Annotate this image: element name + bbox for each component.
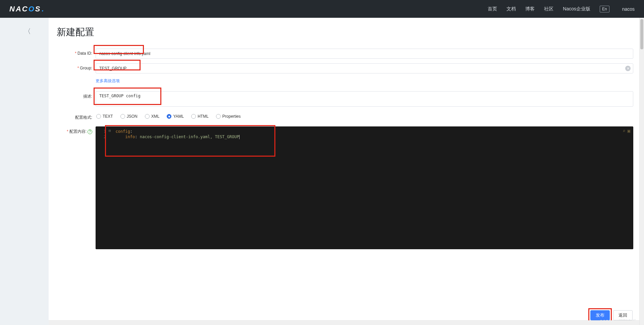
row-group: *Group: ✕	[57, 63, 633, 73]
radio-properties[interactable]: Properties	[216, 114, 241, 119]
page-shell: 〈 新建配置 *Data ID: *Group: ✕ 更多高级选项 描述:	[0, 18, 644, 325]
nav-docs[interactable]: 文档	[506, 6, 516, 12]
text-cursor	[239, 135, 239, 139]
lang-switch[interactable]: En	[600, 6, 609, 12]
code-body[interactable]: config: info: nacos-config-client-info.y…	[108, 127, 633, 142]
desc-input[interactable]: TEST_GROUP config	[96, 91, 633, 107]
advanced-options-link[interactable]: 更多高级选项	[96, 78, 120, 84]
radio-xml[interactable]: XML	[145, 114, 160, 119]
top-nav: 首页 文档 博客 社区 Nacos企业版 En nacos	[488, 6, 635, 12]
logo: NACOS.	[9, 5, 45, 13]
radio-yaml[interactable]: YAML	[167, 114, 184, 119]
editor-search-icon[interactable]: ⌕	[623, 128, 625, 133]
row-data-id: *Data ID:	[57, 49, 633, 59]
data-id-input[interactable]	[96, 49, 633, 59]
main-panel: 新建配置 *Data ID: *Group: ✕ 更多高级选项 描述: TEST…	[49, 18, 639, 325]
radio-json[interactable]: JSON	[120, 114, 138, 119]
label-format: 配置格式:	[57, 112, 92, 120]
left-gutter: 〈	[0, 18, 49, 325]
nav-enterprise[interactable]: Nacos企业版	[563, 6, 590, 12]
row-format: 配置格式: TEXT JSON XML YAML HTML Properties	[57, 112, 633, 120]
back-chevron-icon[interactable]: 〈	[24, 27, 31, 36]
label-group: *Group:	[57, 63, 92, 70]
nav-community[interactable]: 社区	[544, 6, 553, 12]
label-content: *配置内容:?	[57, 126, 92, 134]
vertical-scrollbar[interactable]	[639, 18, 644, 325]
row-desc: 描述: TEST_GROUP config	[57, 91, 633, 108]
group-input[interactable]	[96, 63, 633, 73]
radio-html[interactable]: HTML	[191, 114, 209, 119]
publish-button[interactable]: 发布	[590, 310, 610, 320]
editor-toolbar: ⌕ ▣	[623, 128, 630, 133]
page-title: 新建配置	[57, 26, 633, 39]
editor-screen-icon[interactable]: ▣	[628, 128, 630, 133]
horizontal-scrollbar[interactable]	[49, 320, 639, 325]
label-desc: 描述:	[57, 91, 92, 99]
row-content: *配置内容:? 12 ⊟ config: info: nacos-config-…	[57, 126, 633, 249]
back-button[interactable]: 返回	[613, 310, 633, 320]
footer-actions: 发布 返回	[590, 310, 633, 320]
label-data-id: *Data ID:	[57, 49, 92, 56]
vertical-scroll-thumb[interactable]	[640, 19, 643, 49]
code-editor[interactable]: 12 ⊟ config: info: nacos-config-client-i…	[96, 126, 633, 249]
nav-home[interactable]: 首页	[488, 6, 497, 12]
app-header: NACOS. 首页 文档 博客 社区 Nacos企业版 En nacos	[0, 0, 644, 18]
editor-gutter: 12	[96, 127, 108, 249]
radio-text[interactable]: TEXT	[96, 114, 113, 119]
user-name[interactable]: nacos	[622, 6, 635, 12]
nav-blog[interactable]: 博客	[525, 6, 535, 12]
format-radio-group: TEXT JSON XML YAML HTML Properties	[96, 112, 633, 119]
help-icon[interactable]: ?	[88, 129, 92, 134]
group-clear-icon[interactable]: ✕	[625, 66, 631, 71]
